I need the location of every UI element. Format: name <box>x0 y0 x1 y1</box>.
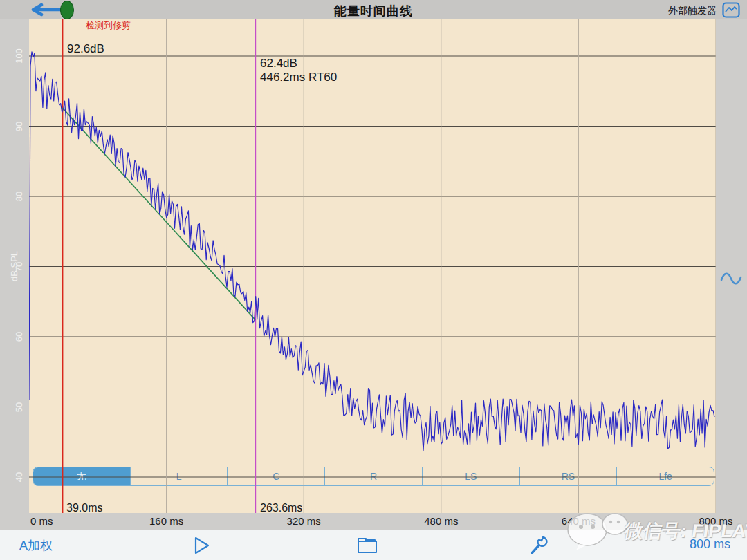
marker2-rt60-value: 446.2ms RT60 <box>260 71 337 84</box>
play-icon[interactable] <box>194 536 210 555</box>
marker1-db-value: 92.6dB <box>67 42 104 56</box>
y-tick-70: 70 <box>14 261 24 271</box>
clip-detected-warning: 检测到修剪 <box>86 19 131 32</box>
energy-time-plot[interactable]: 无LCRLSRSLfe 检测到修剪 92.6dB 39.0ms 62.4dB 4… <box>29 19 716 513</box>
etc-curve-canvas <box>29 19 716 513</box>
y-tick-60: 60 <box>14 332 24 342</box>
back-arrow-icon[interactable] <box>28 3 64 17</box>
bottom-toolbar: A加权 800 ms <box>0 530 747 560</box>
duration-button[interactable]: 800 ms <box>690 537 730 552</box>
x-tick-160: 160 ms <box>149 515 183 527</box>
x-tick-320: 320 ms <box>287 515 321 527</box>
marker2-db-value: 62.4dB <box>260 57 337 71</box>
external-trigger-label[interactable]: 外部触发器 <box>668 5 717 17</box>
sine-wave-icon[interactable] <box>719 269 743 288</box>
top-bar: 能量时间曲线 外部触发器 <box>0 0 747 19</box>
x-axis-strip: 0 ms160 ms320 ms480 ms640 ms800 ms <box>0 513 747 530</box>
x-tick-800: 800 ms <box>699 515 732 527</box>
app-window: 能量时间曲线 外部触发器 无LCRLSRSLfe 检测到修剪 92.6dB 39… <box>0 0 747 560</box>
x-tick-0: 0 ms <box>30 515 53 527</box>
y-tick-90: 90 <box>14 121 24 131</box>
etc-curve <box>29 52 714 451</box>
x-tick-640: 640 ms <box>562 515 596 527</box>
record-indicator-dot[interactable] <box>60 1 74 19</box>
y-tick-100: 100 <box>14 48 24 64</box>
y-tick-50: 50 <box>14 402 24 411</box>
marker2-values: 62.4dB 446.2ms RT60 <box>260 57 337 84</box>
page-title: 能量时间曲线 <box>334 3 413 19</box>
waveform-picture-icon[interactable] <box>722 2 740 18</box>
a-weighting-button[interactable]: A加权 <box>19 537 53 554</box>
x-tick-480: 480 ms <box>424 515 458 527</box>
folder-icon[interactable] <box>357 536 378 554</box>
y-tick-40: 40 <box>14 472 24 482</box>
wrench-icon[interactable] <box>528 534 549 557</box>
y-tick-80: 80 <box>14 192 24 201</box>
